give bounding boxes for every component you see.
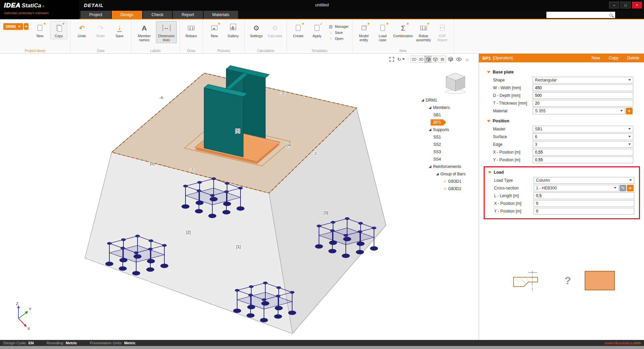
search-icon[interactable] [609, 13, 612, 16]
model-tree: DRM1 Members SB1 BP1 Supports SS1 SS2 [419, 97, 478, 192]
tab-project[interactable]: Project [80, 11, 111, 19]
checkbox-checked-icon[interactable]: ✓ [443, 179, 447, 184]
close-button[interactable]: × [632, 2, 642, 8]
new-project-item-button[interactable]: + New [31, 21, 49, 39]
dimension-lines-button[interactable]: ↔ Dimension lines [156, 21, 177, 43]
tree-item-members[interactable]: Members [419, 104, 478, 111]
layers-view-button[interactable]: ▤ [439, 56, 446, 62]
tree-item-reinforcements[interactable]: Reinforcements [419, 163, 478, 170]
perspective-view-button[interactable] [432, 56, 439, 62]
expander-icon[interactable] [429, 165, 431, 168]
tree-item-group-of-bars[interactable]: Group of Bars [419, 170, 478, 178]
axis-triad: Z Y X [16, 302, 32, 331]
project-item-selector[interactable]: DRM1 [3, 23, 23, 30]
axonometry-view-button[interactable] [425, 56, 432, 62]
cross-section-edit-button[interactable]: ✎ [620, 185, 626, 191]
ribbon-group-data: ↶ Undo ↷ Redo ↓ Save Data [70, 19, 131, 53]
tree-item-gb3d1[interactable]: ✓ GB3D1 [419, 178, 478, 185]
gallery-button[interactable]: Gallery [224, 21, 242, 39]
new-picture-button[interactable]: + New [206, 21, 223, 39]
question-mark-icon: ? [565, 275, 571, 287]
fit-view-button[interactable] [388, 56, 395, 62]
material-select[interactable]: S 355 [533, 108, 625, 114]
tree-item-sb1[interactable]: SB1 [419, 111, 478, 119]
member-names-button[interactable]: A Member names [134, 21, 155, 43]
x-position-input[interactable] [533, 149, 633, 156]
thickness-input[interactable] [533, 100, 633, 107]
website-link[interactable]: www.ideastatica.com [605, 341, 641, 345]
nav-cube[interactable] [442, 71, 469, 95]
panel-copy-button[interactable]: Copy [609, 56, 619, 60]
field-width: W - Width [mm] [479, 84, 644, 92]
tree-item-bp1[interactable]: BP1 [419, 119, 478, 126]
field-load-x-position: X - Position [m] [485, 199, 637, 207]
model-entity-button[interactable]: + Model entity [355, 21, 373, 43]
y-position-input[interactable] [533, 157, 633, 163]
combination-button[interactable]: Σ + Combination [393, 21, 414, 39]
template-manager-button[interactable]: ▤ Manager [328, 24, 348, 29]
chevron-down-icon [628, 143, 631, 145]
scene-3d[interactable]: [1] [2] [3] [4] [5] [6] -1- -2- -3- -4- [0, 54, 479, 340]
load-y-position-input[interactable] [534, 208, 634, 215]
view-3d-button[interactable]: 3D [418, 56, 425, 62]
undo-button[interactable]: ↶ Undo [73, 21, 91, 39]
tree-item-ss1[interactable]: SS1 [419, 133, 478, 141]
rotate-icon: ↻ [397, 57, 401, 62]
load-x-position-input[interactable] [534, 200, 634, 207]
panel-new-button[interactable]: New [592, 56, 600, 60]
create-template-button[interactable]: + Create [289, 21, 307, 39]
length-input[interactable] [534, 192, 634, 199]
depth-input[interactable] [533, 92, 633, 99]
tree-item-ss2[interactable]: SS2 [419, 141, 478, 148]
solid-view-button[interactable] [447, 56, 454, 62]
camera-view-button[interactable] [455, 56, 463, 62]
rotate-view-button[interactable]: ↻ [396, 56, 406, 62]
expander-icon[interactable] [429, 106, 431, 109]
home-view-button[interactable]: ⌂ [464, 56, 471, 62]
section-base-plate[interactable]: Base plate [479, 66, 644, 76]
width-input[interactable] [533, 84, 633, 91]
tab-materials[interactable]: Materials [204, 11, 238, 19]
template-open-button[interactable]: ↑ Open [328, 36, 348, 41]
tab-report[interactable]: Report [173, 11, 203, 19]
search-input[interactable] [546, 12, 609, 17]
panel-delete-button[interactable]: Delete [627, 56, 639, 60]
tree-item-ss3[interactable]: SS3 [419, 148, 478, 156]
load-type-select[interactable]: Column [534, 177, 634, 184]
expander-icon[interactable] [436, 173, 439, 175]
save-button[interactable]: ↓ Save [111, 21, 128, 39]
tree-item-ss4[interactable]: SS4 [419, 156, 478, 163]
template-save-button[interactable]: ↓ Save [328, 30, 348, 35]
tab-check[interactable]: Check [143, 11, 172, 19]
material-add-button[interactable]: + [626, 108, 633, 114]
shape-select[interactable]: Rectangular [533, 77, 633, 83]
rebars-button[interactable]: Rebars [182, 21, 200, 39]
maximize-button[interactable]: □ [621, 2, 631, 8]
section-load[interactable]: Load [485, 167, 637, 176]
project-item-selector-caret[interactable] [24, 23, 29, 30]
cross-section-select[interactable]: 1 - HEB300 [534, 185, 619, 191]
section-position[interactable]: Position [479, 115, 644, 125]
expander-icon[interactable] [429, 128, 431, 131]
apply-template-button[interactable]: ✓ Apply [308, 21, 326, 39]
cross-section-add-button[interactable]: + [627, 185, 634, 191]
tab-design[interactable]: Design [112, 11, 142, 19]
module-name: DETAIL [84, 2, 104, 8]
rebars-icon [420, 26, 427, 30]
checkbox-checked-icon[interactable]: ✓ [443, 186, 447, 191]
tree-item-drm1[interactable]: DRM1 [419, 97, 478, 104]
view-2d-button[interactable]: 2D [411, 56, 418, 62]
tree-item-gb3d2[interactable]: ✓ GB3D2 [419, 185, 478, 192]
master-select[interactable]: SB1 [533, 126, 633, 132]
expander-icon[interactable] [421, 99, 424, 102]
settings-button[interactable]: ⚙ Settings [248, 21, 265, 39]
edge-select[interactable]: 3 [533, 141, 633, 148]
rebar-assembly-button[interactable]: + Rebar assembly [415, 21, 432, 43]
surface-select[interactable]: 6 [533, 133, 633, 140]
viewport-3d[interactable]: [1] [2] [3] [4] [5] [6] -1- -2- -3- -4- [0, 54, 479, 340]
cross-section-sketch [511, 269, 551, 293]
copy-project-item-button[interactable]: + Copy [50, 21, 67, 39]
ribbon-group-draw: Rebars Draw [180, 19, 203, 53]
tree-item-supports[interactable]: Supports [419, 126, 478, 133]
minimize-button[interactable]: – [609, 2, 619, 8]
